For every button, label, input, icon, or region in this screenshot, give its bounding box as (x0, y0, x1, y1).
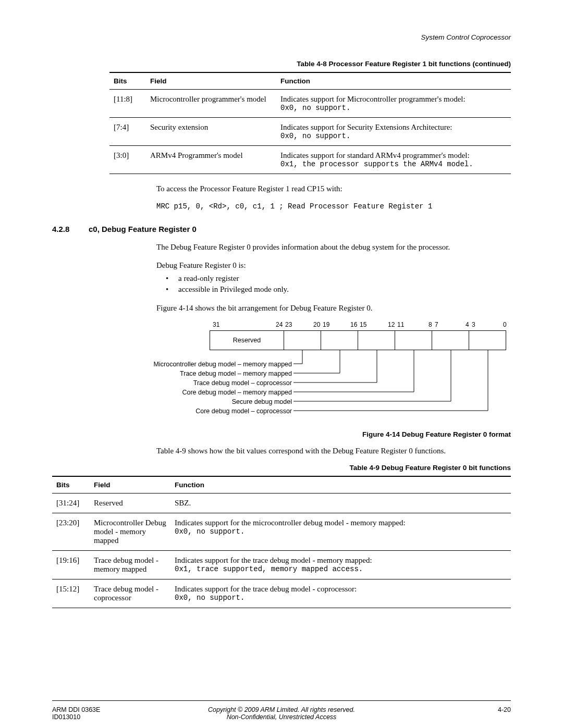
field-cell: Microcontroller Debug model - memory map… (90, 513, 170, 551)
section-number: 4.2.8 (52, 225, 89, 233)
bits-cell: [31:24] (52, 493, 90, 513)
function-cell: Indicates support for the microcontrolle… (170, 513, 511, 551)
table-row: [7:4] Security extension Indicates suppo… (109, 118, 511, 146)
function-cell: Indicates support for Microcontroller pr… (276, 90, 511, 118)
list-item: a read-only register (166, 273, 511, 285)
table-header-bits: Bits (52, 476, 90, 493)
figure-label: Core debug model – memory mapped (104, 389, 292, 398)
table-4-8: Bits Field Function [11:8] Microcontroll… (109, 72, 511, 174)
table-header-bits: Bits (109, 72, 146, 90)
function-cell: Indicates support for the trace debug mo… (170, 579, 511, 608)
table-4-8-caption: Table 4-8 Processor Feature Register 1 b… (109, 60, 511, 68)
bits-cell: [11:8] (109, 90, 146, 118)
bits-cell: [3:0] (109, 146, 146, 174)
field-cell: Trace debug model - memory mapped (90, 551, 170, 579)
figure-label: Trace debug model – coprocessor (104, 379, 292, 389)
bits-cell: [23:20] (52, 513, 90, 551)
page-footer: ARM DDI 0363E ID013010 Copyright © 2009 … (52, 700, 511, 705)
function-cell: Indicates support for standard ARMv4 pro… (276, 146, 511, 174)
figure-4-14-caption: Figure 4-14 Debug Feature Register 0 for… (52, 430, 511, 438)
field-cell: Reserved (90, 493, 170, 513)
table-row: [11:8] Microcontroller programmer's mode… (109, 90, 511, 118)
bits-cell: [7:4] (109, 118, 146, 146)
function-cell: Indicates support for Security Extension… (276, 118, 511, 146)
footer-page-number: 4-20 (498, 706, 511, 713)
table-4-9: Bits Field Function [31:24] Reserved SBZ… (52, 476, 511, 608)
paragraph: Debug Feature Register 0 is: (156, 260, 511, 271)
figure-label: Trace debug model – memory mapped (104, 370, 292, 379)
figure-4-14: 31 24 23 20 19 16 15 12 11 8 7 4 3 0 Res… (136, 321, 511, 425)
bits-cell: [15:12] (52, 579, 90, 608)
footer-copyright: Copyright © 2009 ARM Limited. All rights… (208, 706, 355, 713)
table-4-9-caption: Table 4-9 Debug Feature Register 0 bit f… (52, 464, 511, 472)
bullet-list: a read-only register accessible in Privi… (166, 273, 511, 296)
footer-confidentiality: Non-Confidential, Unrestricted Access (227, 713, 337, 721)
paragraph: Figure 4-14 shows the bit arrangement fo… (156, 303, 511, 314)
table-row: [19:16] Trace debug model - memory mappe… (52, 551, 511, 579)
code-line: MRC p15, 0, <Rd>, c0, c1, 1 ; Read Proce… (156, 202, 511, 212)
function-cell: Indicates support for the trace debug mo… (170, 551, 511, 579)
table-header-field: Field (146, 72, 276, 90)
paragraph: The Debug Feature Register 0 provides in… (156, 242, 511, 253)
field-cell: Security extension (146, 118, 276, 146)
table-header-function: Function (276, 72, 511, 90)
page-header-section: System Control Coprocessor (52, 33, 511, 41)
table-row: [15:12] Trace debug model - coprocessor … (52, 579, 511, 608)
table-row: [3:0] ARMv4 Programmer's model Indicates… (109, 146, 511, 174)
figure-label: Secure debug model (104, 398, 292, 408)
figure-label: Microcontroller debug model – memory map… (104, 361, 292, 370)
field-cell: ARMv4 Programmer's model (146, 146, 276, 174)
table-row: [31:24] Reserved SBZ. (52, 493, 511, 513)
table-row: [23:20] Microcontroller Debug model - me… (52, 513, 511, 551)
paragraph: To access the Processor Feature Register… (156, 183, 511, 194)
field-cell: Trace debug model - coprocessor (90, 579, 170, 608)
table-header-function: Function (170, 476, 511, 493)
bits-cell: [19:16] (52, 551, 90, 579)
section-title: c0, Debug Feature Register 0 (89, 225, 197, 233)
list-item: accessible in Privileged mode only. (166, 284, 511, 295)
section-heading: 4.2.8c0, Debug Feature Register 0 (52, 225, 511, 233)
function-cell: SBZ. (170, 493, 511, 513)
figure-label: Core debug model – coprocessor (104, 408, 292, 417)
field-cell: Microcontroller programmer's model (146, 90, 276, 118)
paragraph: Table 4-9 shows how the bit values corre… (156, 446, 511, 456)
table-header-field: Field (90, 476, 170, 493)
